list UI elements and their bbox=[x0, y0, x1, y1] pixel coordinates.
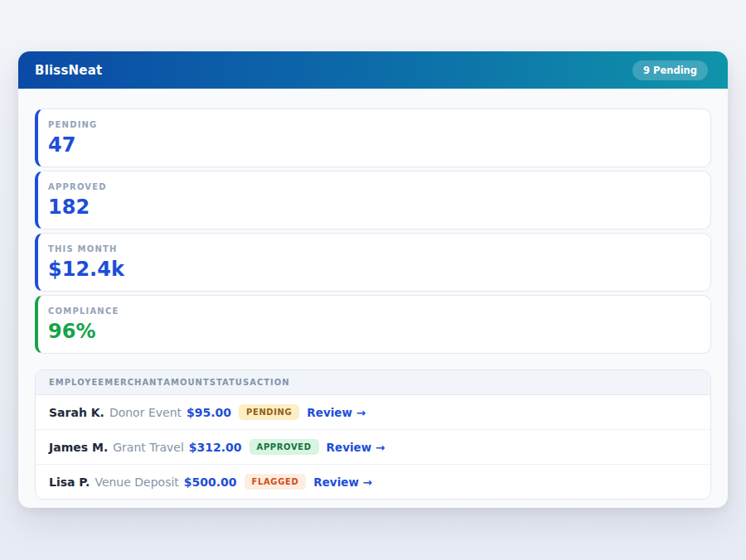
stat-label: APPROVED bbox=[48, 182, 699, 191]
review-link[interactable]: Review → bbox=[327, 441, 385, 454]
table-row: Lisa P. Venue Deposit $500.00 FLAGGED Re… bbox=[36, 465, 710, 499]
column-header-merchant: MERCHANT bbox=[104, 378, 163, 387]
app-header: BlissNeat 9 Pending bbox=[18, 51, 728, 89]
stat-value: $12.4k bbox=[48, 258, 699, 280]
stat-value: 182 bbox=[48, 196, 699, 218]
main-content: PENDING 47 APPROVED 182 THIS MONTH $12.4… bbox=[18, 89, 728, 508]
app-title: BlissNeat bbox=[35, 63, 102, 78]
employee-name: Lisa P. bbox=[49, 476, 90, 489]
column-header-status: STATUS bbox=[210, 378, 249, 387]
merchant-name: Grant Travel bbox=[113, 441, 184, 454]
amount-value: $500.00 bbox=[184, 476, 237, 489]
pending-count-badge[interactable]: 9 Pending bbox=[632, 60, 708, 80]
column-header-amount: AMOUNT bbox=[163, 378, 210, 387]
review-link[interactable]: Review → bbox=[307, 406, 366, 419]
merchant-name: Venue Deposit bbox=[94, 476, 178, 489]
status-badge: APPROVED bbox=[249, 439, 319, 455]
status-badge: FLAGGED bbox=[245, 474, 307, 490]
stats-list: PENDING 47 APPROVED 182 THIS MONTH $12.4… bbox=[35, 109, 711, 354]
stat-label: PENDING bbox=[48, 120, 699, 129]
stat-value: 47 bbox=[48, 134, 699, 156]
table-header-row: EMPLOYEEMERCHANTAMOUNTSTATUSACTION bbox=[36, 370, 710, 395]
stat-card-compliance: COMPLIANCE 96% bbox=[35, 295, 711, 354]
stat-card-pending: PENDING 47 bbox=[35, 109, 711, 167]
amount-value: $312.00 bbox=[189, 441, 242, 454]
column-header-employee: EMPLOYEE bbox=[49, 378, 104, 387]
stat-card-approved: APPROVED 182 bbox=[35, 171, 711, 229]
stat-label: THIS MONTH bbox=[48, 244, 699, 253]
employee-name: Sarah K. bbox=[49, 406, 104, 419]
merchant-name: Donor Event bbox=[109, 406, 182, 419]
status-badge: PENDING bbox=[239, 404, 299, 420]
amount-value: $95.00 bbox=[186, 406, 231, 419]
employee-name: James M. bbox=[49, 441, 108, 454]
expense-table: EMPLOYEEMERCHANTAMOUNTSTATUSACTION Sarah… bbox=[35, 369, 711, 500]
table-row: Sarah K. Donor Event $95.00 PENDING Revi… bbox=[36, 395, 710, 430]
app-card: BlissNeat 9 Pending PENDING 47 APPROVED … bbox=[18, 51, 728, 508]
table-row: James M. Grant Travel $312.00 APPROVED R… bbox=[36, 430, 710, 465]
stat-card-this-month: THIS MONTH $12.4k bbox=[35, 233, 711, 292]
review-link[interactable]: Review → bbox=[313, 476, 372, 489]
stat-value: 96% bbox=[48, 321, 699, 342]
column-header-action: ACTION bbox=[249, 378, 290, 387]
stat-label: COMPLIANCE bbox=[48, 307, 699, 316]
